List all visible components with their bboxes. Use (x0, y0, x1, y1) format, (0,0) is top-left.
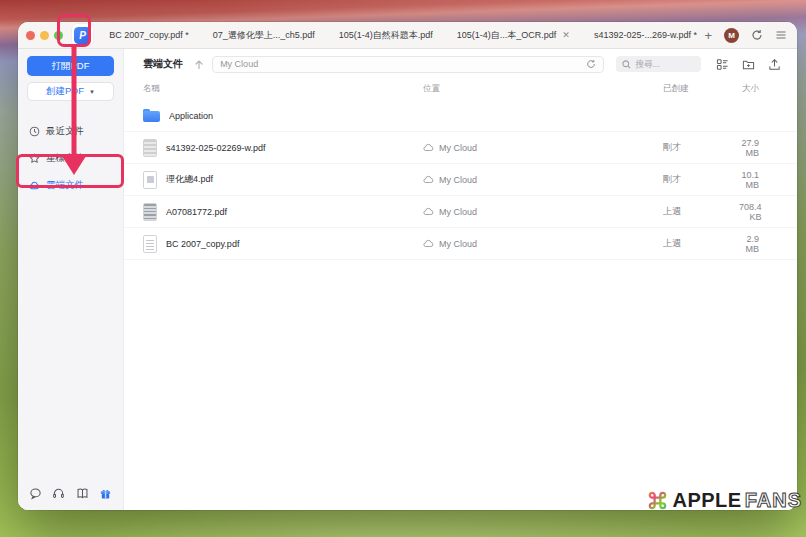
refresh-icon[interactable] (586, 59, 596, 69)
pdf-reader-pro-icon: P (74, 27, 91, 44)
column-location: 位置 (423, 83, 663, 95)
file-created: 剛才 (663, 141, 739, 154)
traffic-lights (26, 31, 63, 40)
tab-close-icon[interactable]: ✕ (562, 31, 570, 40)
upload-icon[interactable] (768, 58, 781, 71)
sidebar-item-recent[interactable]: 最近文件 (27, 123, 114, 140)
account-avatar[interactable]: M (724, 28, 739, 43)
chevron-down-icon: ▼ (89, 89, 95, 95)
watermark-fans-text: FANS (745, 489, 802, 512)
file-location: My Cloud (439, 175, 477, 185)
star-icon (29, 153, 40, 164)
table-row[interactable]: 理化總4.pdf My Cloud 剛才 10.1 MB (124, 164, 797, 196)
cloud-icon (423, 175, 434, 184)
pdf-thumbnail-icon (143, 203, 157, 221)
file-name: s41392-025-02269-w.pdf (166, 143, 266, 153)
file-size: 27.9 MB (739, 138, 797, 158)
command-logo-icon (646, 489, 669, 512)
open-pdf-button[interactable]: 打開PDF (27, 56, 114, 76)
sidebar-nav: 最近文件 星標文件 雲端文件 (27, 123, 114, 194)
watermark-apple-text: APPLE (672, 489, 741, 512)
file-size: 708.4 KB (739, 202, 797, 222)
file-location: My Cloud (439, 207, 477, 217)
search-input[interactable] (635, 59, 691, 69)
cloud-path-field[interactable]: My Cloud (212, 56, 604, 73)
file-location: My Cloud (439, 239, 477, 249)
table-header: 名稱 位置 已創建 大小 (124, 78, 797, 100)
cloud-icon (29, 180, 40, 191)
path-value: My Cloud (220, 59, 580, 69)
file-created: 上週 (663, 205, 739, 218)
view-mode-icon[interactable] (716, 58, 729, 71)
cloud-icon (423, 239, 434, 248)
minimize-window-button[interactable] (40, 31, 49, 40)
file-name: Application (169, 111, 213, 121)
headset-icon[interactable] (52, 487, 65, 500)
page-title: 雲端文件 (143, 57, 186, 71)
file-created: 上週 (663, 237, 739, 250)
feedback-bubble-icon[interactable] (29, 487, 42, 500)
pdf-thumbnail-icon (143, 171, 157, 189)
sync-icon[interactable] (751, 29, 763, 41)
gift-icon[interactable] (99, 487, 112, 500)
app-window: P BC 2007_copy.pdf * 07_選修化學上..._ch5.pdf… (18, 22, 797, 510)
applefans-watermark: APPLEFANS (646, 489, 802, 512)
file-created: 剛才 (663, 173, 739, 186)
create-pdf-button[interactable]: 創建PDF ▼ (27, 82, 114, 101)
sidebar-item-cloud[interactable]: 雲端文件 (27, 177, 114, 194)
folder-icon (143, 109, 160, 122)
cloud-icon (423, 143, 434, 152)
file-name: A07081772.pdf (166, 207, 227, 217)
menu-icon[interactable] (775, 29, 787, 41)
main-panel: 雲端文件 My Cloud (124, 49, 797, 510)
tab-s41392[interactable]: s41392-025-...269-w.pdf * (582, 30, 705, 40)
column-name: 名稱 (143, 83, 423, 95)
app-icon[interactable]: P (72, 24, 93, 46)
tab-105-tiben[interactable]: 105(1-4)自然科題本.pdf (327, 29, 445, 42)
file-size: 2.9 MB (739, 234, 797, 254)
search-icon (622, 60, 631, 69)
zoom-window-button[interactable] (54, 31, 63, 40)
cloud-icon (423, 207, 434, 216)
sidebar-footer (27, 487, 114, 500)
cloud-toolbar: 雲端文件 My Cloud (124, 49, 797, 75)
up-level-icon[interactable] (194, 59, 204, 70)
file-name: 理化總4.pdf (166, 173, 213, 186)
titlebar: P BC 2007_copy.pdf * 07_選修化學上..._ch5.pdf… (18, 22, 797, 49)
clock-icon (29, 126, 40, 137)
new-tab-button[interactable]: + (704, 29, 712, 42)
sidebar: 打開PDF 創建PDF ▼ 最近文件 星標文件 (18, 49, 124, 510)
file-size: 10.1 MB (739, 170, 797, 190)
file-location: My Cloud (439, 143, 477, 153)
search-box[interactable] (616, 56, 701, 72)
column-size: 大小 (739, 83, 797, 95)
table-row[interactable]: A07081772.pdf My Cloud 上週 708.4 KB (124, 196, 797, 228)
pdf-thumbnail-icon (143, 139, 157, 157)
sidebar-item-starred[interactable]: 星標文件 (27, 150, 114, 167)
tab-bar: BC 2007_copy.pdf * 07_選修化學上..._ch5.pdf 1… (97, 29, 704, 42)
table-row[interactable]: BC 2007_copy.pdf My Cloud 上週 2.9 MB (124, 228, 797, 260)
new-folder-icon[interactable] (742, 58, 755, 71)
close-window-button[interactable] (26, 31, 35, 40)
table-row[interactable]: Application (124, 100, 797, 132)
tab-105-ocr[interactable]: 105(1-4)自...本_OCR.pdf ✕ (445, 29, 582, 42)
tab-bc-2007-copy[interactable]: BC 2007_copy.pdf * (97, 30, 200, 40)
table-row[interactable]: s41392-025-02269-w.pdf My Cloud 剛才 27.9 … (124, 132, 797, 164)
pdf-thumbnail-icon (143, 235, 157, 253)
column-created: 已創建 (663, 83, 739, 95)
book-icon[interactable] (76, 487, 89, 500)
tab-ch5[interactable]: 07_選修化學上..._ch5.pdf (201, 29, 327, 42)
file-name: BC 2007_copy.pdf (166, 239, 239, 249)
